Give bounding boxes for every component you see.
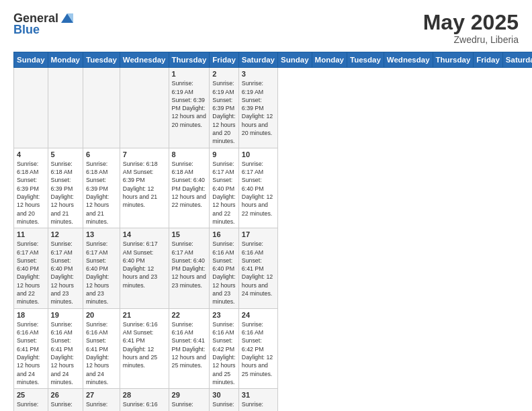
day-number: 5: [51, 150, 80, 158]
day-header-thursday: Thursday: [169, 52, 210, 68]
calendar-cell: 7Sunrise: 6:18 AM Sunset: 6:39 PM Daylig…: [120, 148, 169, 228]
day-number: 17: [242, 230, 275, 238]
day-number: 29: [172, 391, 207, 399]
calendar-cell: 11Sunrise: 6:17 AM Sunset: 6:40 PM Dayli…: [14, 228, 48, 309]
day-header: Saturday: [502, 52, 532, 68]
page: General Blue May 2025 Zwedru, Liberia Su…: [0, 0, 532, 411]
day-header: Tuesday: [347, 52, 384, 68]
day-number: 10: [242, 150, 275, 158]
day-info: Sunrise: 6:18 AM Sunset: 6:39 PM Dayligh…: [51, 160, 80, 226]
week-row: 18Sunrise: 6:16 AM Sunset: 6:41 PM Dayli…: [14, 308, 533, 389]
day-info: Sunrise: 6:17 AM Sunset: 6:40 PM Dayligh…: [17, 240, 45, 306]
calendar-cell: 8Sunrise: 6:18 AM Sunset: 6:40 PM Daylig…: [169, 148, 210, 228]
calendar-cell: 6Sunrise: 6:18 AM Sunset: 6:39 PM Daylig…: [83, 148, 120, 228]
calendar-cell: [120, 68, 169, 148]
day-info: Sunrise: 6:16 AM Sunset: 6:40 PM Dayligh…: [212, 240, 236, 306]
day-header: Friday: [474, 52, 503, 68]
day-header-sunday: Sunday: [14, 52, 48, 68]
day-number: 16: [212, 230, 236, 238]
day-number: 4: [17, 150, 45, 158]
week-row: 4Sunrise: 6:18 AM Sunset: 6:39 PM Daylig…: [14, 148, 533, 228]
calendar-cell: 26Sunrise: 6:16 AM Sunset: 6:42 PM Dayli…: [48, 389, 83, 411]
day-number: 18: [17, 311, 45, 319]
location-title: Zwedru, Liberia: [423, 34, 519, 45]
day-number: 28: [123, 391, 166, 399]
day-number: 11: [17, 230, 45, 238]
day-info: Sunrise: 6:16 AM Sunset: 6:43 PM Dayligh…: [212, 400, 236, 411]
calendar-cell: 4Sunrise: 6:18 AM Sunset: 6:39 PM Daylig…: [14, 148, 48, 228]
calendar-cell: 21Sunrise: 6:16 AM Sunset: 6:41 PM Dayli…: [120, 308, 169, 389]
day-number: 22: [172, 311, 207, 319]
day-number: 31: [242, 391, 275, 399]
week-row: 25Sunrise: 6:16 AM Sunset: 6:42 PM Dayli…: [14, 389, 533, 411]
header-row: SundayMondayTuesdayWednesdayThursdayFrid…: [14, 52, 533, 68]
day-number: 15: [172, 230, 207, 238]
calendar-cell: 10Sunrise: 6:17 AM Sunset: 6:40 PM Dayli…: [238, 148, 277, 228]
day-number: 7: [123, 150, 166, 158]
calendar-cell: 16Sunrise: 6:16 AM Sunset: 6:40 PM Dayli…: [210, 228, 239, 309]
day-header: Wednesday: [384, 52, 433, 68]
day-header: Sunday: [278, 52, 312, 68]
day-info: Sunrise: 6:17 AM Sunset: 6:40 PM Dayligh…: [172, 240, 207, 289]
calendar-cell: 20Sunrise: 6:16 AM Sunset: 6:41 PM Dayli…: [83, 308, 120, 389]
day-info: Sunrise: 6:18 AM Sunset: 6:39 PM Dayligh…: [86, 160, 117, 226]
day-info: Sunrise: 6:17 AM Sunset: 6:40 PM Dayligh…: [86, 240, 117, 306]
calendar-cell: 27Sunrise: 6:16 AM Sunset: 6:42 PM Dayli…: [83, 389, 120, 411]
calendar-cell: 28Sunrise: 6:16 AM Sunset: 6:43 PM Dayli…: [120, 389, 169, 411]
calendar-cell: 25Sunrise: 6:16 AM Sunset: 6:42 PM Dayli…: [14, 389, 48, 411]
day-info: Sunrise: 6:18 AM Sunset: 6:40 PM Dayligh…: [172, 160, 207, 210]
calendar-cell: 1Sunrise: 6:19 AM Sunset: 6:39 PM Daylig…: [169, 68, 210, 148]
title-block: May 2025 Zwedru, Liberia: [423, 11, 519, 45]
calendar-table: SundayMondayTuesdayWednesdayThursdayFrid…: [13, 52, 532, 411]
day-number: 9: [212, 150, 236, 158]
day-info: Sunrise: 6:16 AM Sunset: 6:42 PM Dayligh…: [17, 400, 45, 411]
day-number: 3: [242, 70, 275, 78]
calendar-cell: 3Sunrise: 6:19 AM Sunset: 6:39 PM Daylig…: [238, 68, 277, 148]
day-info: Sunrise: 6:16 AM Sunset: 6:41 PM Dayligh…: [123, 320, 166, 370]
day-info: Sunrise: 6:16 AM Sunset: 6:41 PM Dayligh…: [172, 320, 207, 370]
day-number: 21: [123, 311, 166, 319]
day-info: Sunrise: 6:16 AM Sunset: 6:41 PM Dayligh…: [51, 320, 80, 387]
logo: General Blue: [13, 11, 75, 37]
day-info: Sunrise: 6:16 AM Sunset: 6:42 PM Dayligh…: [212, 320, 236, 387]
day-info: Sunrise: 6:16 AM Sunset: 6:43 PM Dayligh…: [172, 400, 207, 411]
calendar-cell: 5Sunrise: 6:18 AM Sunset: 6:39 PM Daylig…: [48, 148, 83, 228]
day-info: Sunrise: 6:16 AM Sunset: 6:43 PM Dayligh…: [123, 400, 166, 411]
day-number: 27: [86, 391, 117, 399]
day-number: 6: [86, 150, 117, 158]
month-title: May 2025: [423, 11, 519, 34]
day-info: Sunrise: 6:16 AM Sunset: 6:41 PM Dayligh…: [17, 320, 45, 387]
day-number: 19: [51, 311, 80, 319]
header: General Blue May 2025 Zwedru, Liberia: [13, 11, 519, 45]
day-info: Sunrise: 6:17 AM Sunset: 6:40 PM Dayligh…: [212, 160, 236, 226]
week-row: 11Sunrise: 6:17 AM Sunset: 6:40 PM Dayli…: [14, 228, 533, 309]
day-number: 23: [212, 311, 236, 319]
day-header: Thursday: [433, 52, 474, 68]
day-number: 20: [86, 311, 117, 319]
calendar-cell: 22Sunrise: 6:16 AM Sunset: 6:41 PM Dayli…: [169, 308, 210, 389]
day-info: Sunrise: 6:16 AM Sunset: 6:42 PM Dayligh…: [242, 320, 275, 378]
day-header: Monday: [312, 52, 347, 68]
calendar-cell: 31Sunrise: 6:16 AM Sunset: 6:43 PM Dayli…: [238, 389, 277, 411]
day-info: Sunrise: 6:16 AM Sunset: 6:42 PM Dayligh…: [51, 400, 80, 411]
day-info: Sunrise: 6:17 AM Sunset: 6:40 PM Dayligh…: [242, 160, 275, 218]
calendar-cell: [48, 68, 83, 148]
calendar-cell: 14Sunrise: 6:17 AM Sunset: 6:40 PM Dayli…: [120, 228, 169, 309]
day-number: 26: [51, 391, 80, 399]
calendar-cell: 17Sunrise: 6:16 AM Sunset: 6:41 PM Dayli…: [238, 228, 277, 309]
calendar-cell: 15Sunrise: 6:17 AM Sunset: 6:40 PM Dayli…: [169, 228, 210, 309]
day-info: Sunrise: 6:19 AM Sunset: 6:39 PM Dayligh…: [242, 79, 275, 137]
calendar-cell: 18Sunrise: 6:16 AM Sunset: 6:41 PM Dayli…: [14, 308, 48, 389]
day-number: 1: [172, 70, 207, 78]
calendar-cell: 23Sunrise: 6:16 AM Sunset: 6:42 PM Dayli…: [210, 308, 239, 389]
day-info: Sunrise: 6:17 AM Sunset: 6:40 PM Dayligh…: [123, 240, 166, 289]
logo-icon: [60, 11, 75, 26]
day-number: 2: [212, 70, 236, 78]
calendar-cell: 13Sunrise: 6:17 AM Sunset: 6:40 PM Dayli…: [83, 228, 120, 309]
calendar-cell: 24Sunrise: 6:16 AM Sunset: 6:42 PM Dayli…: [238, 308, 277, 389]
calendar-cell: 12Sunrise: 6:17 AM Sunset: 6:40 PM Dayli…: [48, 228, 83, 309]
calendar-cell: [14, 68, 48, 148]
day-header-tuesday: Tuesday: [83, 52, 120, 68]
day-number: 13: [86, 230, 117, 238]
calendar-cell: 2Sunrise: 6:19 AM Sunset: 6:39 PM Daylig…: [210, 68, 239, 148]
